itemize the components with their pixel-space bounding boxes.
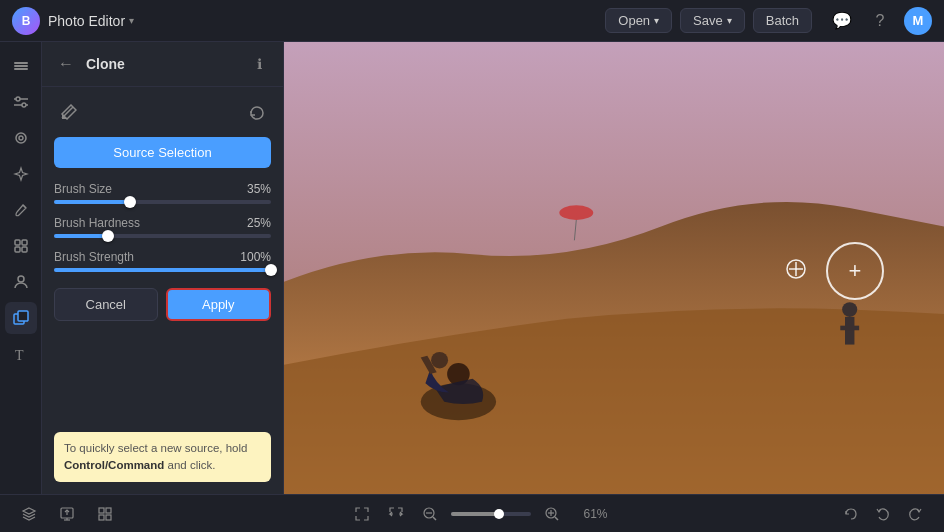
svg-rect-33 (99, 508, 104, 513)
svg-line-43 (555, 517, 558, 520)
svg-rect-35 (99, 515, 104, 520)
bottombar-left (16, 501, 118, 527)
batch-button[interactable]: Batch (753, 8, 812, 33)
panel-top-icons (54, 99, 271, 127)
tool-view[interactable] (5, 122, 37, 154)
left-toolbar: T (0, 42, 42, 494)
main-area: T ← Clone ℹ (0, 42, 944, 494)
zoom-slider[interactable] (451, 512, 531, 516)
fit-screen-button[interactable] (349, 501, 375, 527)
panel-back-button[interactable]: ← (54, 52, 78, 76)
svg-point-10 (19, 136, 23, 140)
app-name-label: Photo Editor (48, 13, 125, 29)
logo-letter: B (22, 14, 31, 28)
svg-point-4 (22, 103, 26, 107)
canvas-area[interactable]: + (284, 42, 944, 494)
brush-size-label: Brush Size (54, 182, 112, 196)
tool-clone[interactable] (5, 302, 37, 334)
app-name-chevron[interactable]: ▾ (129, 15, 134, 26)
help-icon-button[interactable]: ? (866, 7, 894, 35)
source-selection-button[interactable]: Source Selection (54, 137, 271, 168)
brush-size-section: Brush Size 35% (54, 182, 271, 204)
fit-width-button[interactable] (383, 501, 409, 527)
brush-hardness-fill (54, 234, 108, 238)
app-logo[interactable]: B (12, 7, 40, 35)
tooltip-bold: Control/Command (64, 459, 164, 471)
bottombar-right (838, 501, 928, 527)
redo-button[interactable] (902, 501, 928, 527)
open-button[interactable]: Open ▾ (605, 8, 672, 33)
svg-point-9 (16, 133, 26, 143)
brush-strength-thumb[interactable] (265, 264, 277, 276)
rotate-ccw-button[interactable] (838, 501, 864, 527)
svg-rect-34 (106, 508, 111, 513)
svg-line-11 (23, 205, 26, 208)
brush-size-fill (54, 200, 130, 204)
brush-size-slider[interactable] (54, 200, 271, 204)
svg-rect-15 (22, 247, 27, 252)
clone-panel: ← Clone ℹ Source (42, 42, 284, 494)
tool-layers[interactable] (5, 50, 37, 82)
panel-header: ← Clone ℹ (42, 42, 283, 87)
layers-icon-button[interactable] (16, 501, 42, 527)
undo-button[interactable] (870, 501, 896, 527)
tool-frames[interactable] (5, 230, 37, 262)
bottombar-center: 61% (349, 501, 608, 527)
svg-rect-1 (14, 65, 28, 67)
zoom-thumb[interactable] (494, 509, 504, 519)
svg-rect-24 (845, 317, 854, 345)
tool-adjustments[interactable] (5, 86, 37, 118)
brush-hardness-slider[interactable] (54, 234, 271, 238)
svg-rect-0 (14, 62, 28, 64)
chat-icon-button[interactable]: 💬 (828, 7, 856, 35)
tool-brush[interactable] (5, 194, 37, 226)
svg-point-3 (16, 97, 20, 101)
svg-point-25 (559, 205, 593, 220)
panel-actions: Cancel Apply (54, 288, 271, 321)
panel-content: Source Selection Brush Size 35% Brush Ha… (42, 87, 283, 420)
open-chevron: ▾ (654, 15, 659, 26)
tool-people[interactable] (5, 266, 37, 298)
cancel-button[interactable]: Cancel (54, 288, 158, 321)
tool-effects[interactable] (5, 158, 37, 190)
svg-point-16 (18, 276, 24, 282)
svg-text:T: T (15, 348, 24, 362)
zoom-in-button[interactable] (539, 501, 565, 527)
zoom-out-button[interactable] (417, 501, 443, 527)
panel-info-button[interactable]: ℹ (247, 52, 271, 76)
brush-strength-label: Brush Strength (54, 250, 134, 264)
brush-size-value: 35% (247, 182, 271, 196)
erase-icon-button[interactable] (54, 99, 82, 127)
topbar-right: 💬 ? M (828, 7, 932, 35)
brush-hardness-thumb[interactable] (102, 230, 114, 242)
brush-size-thumb[interactable] (124, 196, 136, 208)
apply-button[interactable]: Apply (166, 288, 272, 321)
svg-rect-36 (106, 515, 111, 520)
svg-point-26 (431, 352, 448, 369)
svg-line-39 (433, 517, 436, 520)
save-button[interactable]: Save ▾ (680, 8, 745, 33)
grid-icon-button[interactable] (92, 501, 118, 527)
tooltip-box: To quickly select a new source, hold Con… (54, 432, 271, 483)
brush-hardness-value: 25% (247, 216, 271, 230)
user-avatar[interactable]: M (904, 7, 932, 35)
brush-hardness-label: Brush Hardness (54, 216, 140, 230)
panel-title: Clone (86, 56, 239, 72)
svg-rect-14 (15, 247, 20, 252)
zoom-percentage: 61% (573, 507, 608, 521)
svg-rect-13 (22, 240, 27, 245)
topbar: B Photo Editor ▾ Open ▾ Save ▾ Batch 💬 ?… (0, 0, 944, 42)
svg-point-23 (842, 302, 857, 317)
svg-rect-18 (18, 311, 28, 321)
svg-rect-12 (15, 240, 20, 245)
tool-text[interactable]: T (5, 338, 37, 370)
brush-hardness-section: Brush Hardness 25% (54, 216, 271, 238)
brush-strength-value: 100% (240, 250, 271, 264)
reset-icon-button[interactable] (243, 99, 271, 127)
save-chevron: ▾ (727, 15, 732, 26)
tooltip-text1: To quickly select a new source, hold (64, 442, 247, 454)
svg-rect-2 (14, 68, 28, 70)
brush-strength-slider[interactable] (54, 268, 271, 272)
export-icon-button[interactable] (54, 501, 80, 527)
app-name-group: Photo Editor ▾ (48, 13, 134, 29)
